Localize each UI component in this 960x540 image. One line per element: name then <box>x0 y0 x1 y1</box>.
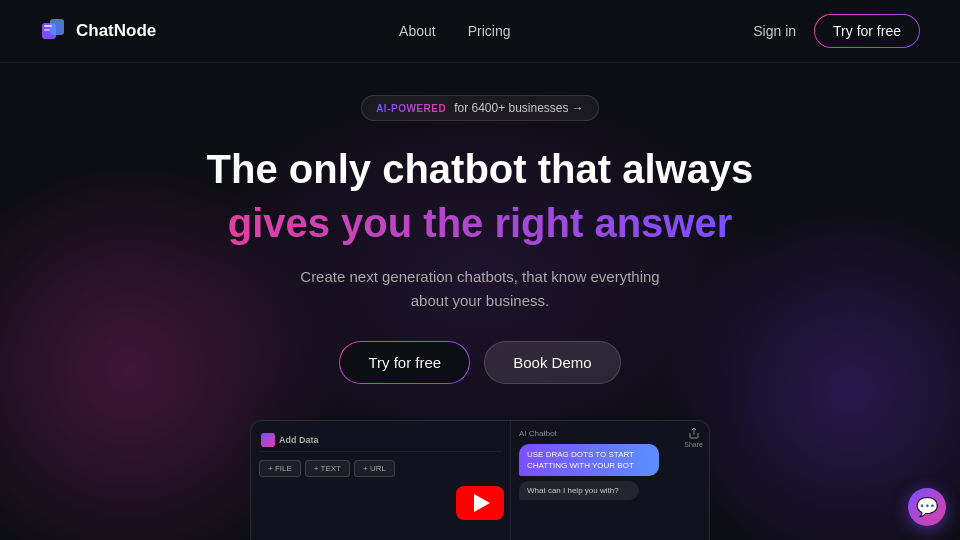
try-free-nav-button[interactable]: Try for free <box>814 14 920 48</box>
svg-rect-3 <box>44 29 50 31</box>
ai-badge-text: for 6400+ businesses → <box>454 101 584 115</box>
logo-area: ChatNode <box>40 17 156 45</box>
book-demo-button[interactable]: Book Demo <box>484 341 620 384</box>
youtube-overlay <box>456 486 504 520</box>
ai-badge-label: AI-POWERED <box>376 103 446 114</box>
share-label: Share <box>684 441 703 448</box>
chat-bubble-bot: What can I help you with? <box>519 481 639 500</box>
ai-badge: AI-POWERED for 6400+ businesses → <box>361 95 599 121</box>
dashboard-left-panel: Add Data + FILE + TEXT + URL <box>251 421 511 540</box>
logo-icon <box>40 17 68 45</box>
dash-logo-small <box>261 433 275 447</box>
nav-link-pricing[interactable]: Pricing <box>468 23 511 39</box>
hero-title-line1: The only chatbot that always <box>207 145 754 193</box>
hero-buttons: Try for free Book Demo <box>339 341 620 384</box>
hero-title-line2: gives you the right answer <box>228 197 733 249</box>
hero-subtitle: Create next generation chatbots, that kn… <box>290 265 670 313</box>
dashboard-window: Add Data + FILE + TEXT + URL AI Chatbot … <box>250 420 710 540</box>
dash-title-small: Add Data <box>279 435 319 445</box>
nav-links: About Pricing <box>399 23 510 39</box>
dashboard-right-panel: AI Chatbot Share USE DRAG DOTS TO START … <box>511 421 709 540</box>
chat-widget-button[interactable]: 💬 <box>908 488 946 526</box>
dash-chatbot-label: AI Chatbot <box>519 429 701 438</box>
navbar: ChatNode About Pricing Sign in Try for f… <box>0 0 960 63</box>
logo-text: ChatNode <box>76 21 156 41</box>
dash-url-button[interactable]: + URL <box>354 460 395 477</box>
youtube-play-button[interactable] <box>456 486 504 520</box>
dash-top-bar: Add Data <box>259 429 502 452</box>
chat-bubble-icon: 💬 <box>916 496 938 518</box>
hero-section: AI-POWERED for 6400+ businesses → The on… <box>0 63 960 420</box>
nav-actions: Sign in Try for free <box>753 14 920 48</box>
share-button[interactable]: Share <box>684 427 703 448</box>
dash-file-button[interactable]: + FILE <box>259 460 301 477</box>
chat-bubble-user: USE DRAG DOTS TO START CHATTING WITH YOU… <box>519 444 659 476</box>
sign-in-button[interactable]: Sign in <box>753 23 796 39</box>
svg-rect-1 <box>50 19 64 35</box>
nav-link-about[interactable]: About <box>399 23 436 39</box>
dashboard-preview: Add Data + FILE + TEXT + URL AI Chatbot … <box>0 420 960 540</box>
dash-add-buttons: + FILE + TEXT + URL <box>259 460 502 477</box>
svg-rect-2 <box>44 25 52 27</box>
try-free-hero-button[interactable]: Try for free <box>339 341 470 384</box>
dash-text-button[interactable]: + TEXT <box>305 460 350 477</box>
play-triangle-icon <box>474 494 490 512</box>
